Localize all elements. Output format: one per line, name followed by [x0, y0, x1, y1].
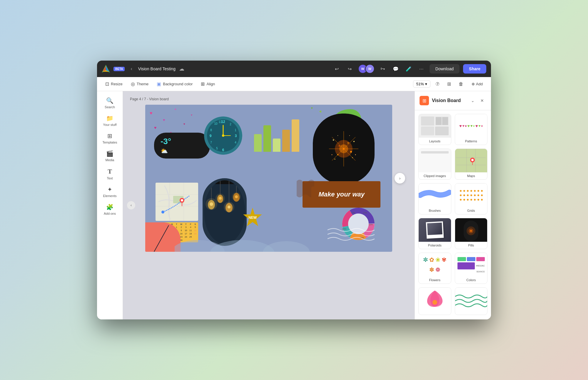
left-sidebar: 🔍 Search 📁 Your stuff ⊞ Templates 🎬 Medi… — [97, 91, 123, 319]
align-button[interactable]: ⊞ Align — [197, 79, 218, 89]
svg-point-117 — [463, 199, 465, 201]
theme-button[interactable]: ◎ Theme — [127, 79, 152, 89]
svg-point-38 — [353, 141, 355, 142]
svg-point-127 — [432, 300, 437, 305]
lotus-label — [419, 311, 451, 315]
add-button[interactable]: ⊕ Add — [468, 80, 486, 88]
make-your-way-banner[interactable]: Make your way — [303, 181, 380, 208]
panel-close-button[interactable]: ✕ — [478, 96, 486, 105]
share-button[interactable]: Share — [463, 64, 486, 74]
more-options-button[interactable]: ··· — [417, 65, 426, 73]
maps-preview — [455, 149, 487, 172]
panel-card-grids[interactable]: Grids — [455, 183, 488, 214]
svg-point-42 — [349, 135, 350, 136]
svg-text:17%: 17% — [363, 212, 367, 214]
panel-minimize-button[interactable]: ⌄ — [469, 96, 477, 105]
sidebar-item-addons[interactable]: 🧩 Add-ons — [99, 201, 121, 218]
svg-point-106 — [474, 190, 476, 192]
svg-text:10: 10 — [214, 122, 218, 125]
svg-point-114 — [477, 194, 479, 196]
brushes-preview — [419, 184, 451, 207]
resize-button[interactable]: ⊡ Resize — [102, 79, 126, 89]
svg-point-43 — [355, 154, 356, 155]
clock-element[interactable]: 12 3 6 9 2 11 10 1 8 4 7 5 — [204, 116, 242, 155]
canvas-next-arrow[interactable]: › — [395, 173, 405, 184]
panel-card-brushes[interactable]: Brushes — [418, 183, 451, 214]
sidebar-item-templates[interactable]: ⊞ Templates — [99, 130, 121, 146]
toolbar-delete-button[interactable]: 🗑 — [456, 79, 466, 89]
avatar-2: W — [365, 64, 375, 74]
panel-card-lotus[interactable] — [418, 287, 451, 315]
panel-card-polaroids[interactable]: Polaroids — [418, 218, 451, 249]
panel-card-pills[interactable]: Pills — [455, 218, 488, 249]
sidebar-item-your-stuff[interactable]: 📁 Your stuff — [99, 112, 121, 129]
wave-decoration — [328, 224, 375, 243]
cloud-sync-icon[interactable]: ☁ — [179, 66, 184, 72]
panel-actions: ⌄ ✕ — [469, 96, 486, 105]
flowers-label: Flowers — [419, 276, 451, 284]
resize-label: Resize — [111, 82, 123, 86]
undo-button[interactable]: ↩ — [332, 64, 342, 74]
panel-card-layouts[interactable]: Layouts — [418, 114, 451, 145]
sidebar-item-search[interactable]: 🔍 Search — [99, 95, 121, 111]
zoom-control[interactable]: 51% ▾ — [413, 80, 430, 88]
svg-point-113 — [474, 194, 476, 196]
panel-card-patterns[interactable]: ♥ ♥ ♥ ♥ ♥ ♥ ♥ ♥ ♥ Patterns — [455, 114, 488, 145]
patterns-label: Patterns — [455, 138, 487, 145]
bar-chart[interactable] — [254, 116, 299, 152]
toolbar-help-button[interactable]: ⑦ — [433, 79, 442, 89]
panel-card-flowers[interactable]: ✼ ✿ ❀ ✾ ✽ ❁ Flowers — [418, 253, 451, 284]
panel-header: ⊞ Vision Board ⌄ ✕ — [415, 91, 491, 110]
svg-text:6: 6 — [222, 148, 224, 152]
svg-point-89 — [145, 225, 172, 252]
weather-temp: -3° — [161, 137, 203, 146]
clipped-label: Clipped images — [419, 172, 451, 179]
panel-card-maps[interactable]: Maps — [455, 149, 488, 180]
svg-point-100 — [471, 159, 474, 161]
addons-label: Add-ons — [104, 212, 116, 215]
title-bar: BETA ‹ Vision Board Testing ☁ ↩ ↪ W W 🗝 … — [97, 61, 491, 77]
clipped-preview — [419, 149, 451, 172]
background-color-button[interactable]: ▣ Background color — [153, 79, 196, 89]
redo-button[interactable]: ↪ — [345, 64, 355, 74]
panel-card-colors[interactable]: #6D2AC SEANCE Colors — [455, 253, 488, 284]
maps-label: Maps — [455, 172, 487, 179]
bg-color-label: Background color — [163, 82, 193, 86]
svg-text:4: 4 — [235, 141, 236, 144]
download-button[interactable]: Download — [430, 64, 460, 74]
svg-point-102 — [460, 190, 462, 192]
back-button[interactable]: ‹ — [128, 65, 134, 73]
templates-icon: ⊞ — [107, 132, 112, 139]
your-stuff-label: Your stuff — [103, 123, 117, 126]
sidebar-item-elements[interactable]: ✦ Elements — [99, 184, 121, 200]
sidebar-item-media[interactable]: 🎬 Media — [99, 148, 121, 164]
svg-text:8: 8 — [210, 129, 212, 132]
zoom-dropdown-icon: ▾ — [425, 82, 427, 86]
polaroids-preview — [419, 218, 451, 242]
toolbar-grid-button[interactable]: ⊞ — [445, 79, 454, 89]
theme-label: Theme — [137, 82, 148, 86]
sidebar-item-text[interactable]: T Text — [99, 165, 121, 182]
vision-board-canvas[interactable]: ♥ ♥ ♥ ♥ ♥ ♥ ♥ ♥ ♥ ♥ ♥ — [145, 105, 392, 252]
patterns-preview: ♥ ♥ ♥ ♥ ♥ ♥ ♥ ♥ ♥ — [455, 114, 487, 138]
lab-icon[interactable]: 🧪 — [404, 64, 413, 74]
map-element[interactable] — [156, 183, 198, 221]
lotus-preview — [419, 288, 451, 311]
flowers-preview: ✼ ✿ ❀ ✾ ✽ ❁ — [419, 253, 451, 276]
svg-point-104 — [467, 190, 469, 192]
svg-text:2: 2 — [230, 123, 231, 126]
comment-icon[interactable]: 💬 — [391, 64, 400, 74]
key-icon[interactable]: 🗝 — [378, 64, 387, 74]
svg-point-105 — [470, 190, 472, 192]
panel-card-waves[interactable] — [455, 287, 488, 315]
svg-point-44 — [332, 154, 333, 155]
weather-widget[interactable]: -3° ⛅ — [154, 133, 210, 159]
pills-preview — [455, 218, 487, 242]
fireworks-element[interactable] — [313, 114, 375, 184]
svg-point-109 — [460, 194, 462, 196]
svg-point-40 — [352, 157, 353, 158]
grids-label: Grids — [455, 207, 487, 214]
sidebar-toggle-button[interactable]: ‹ — [127, 201, 135, 209]
waves-label — [455, 311, 487, 315]
panel-card-clipped[interactable]: Clipped images — [418, 149, 451, 180]
